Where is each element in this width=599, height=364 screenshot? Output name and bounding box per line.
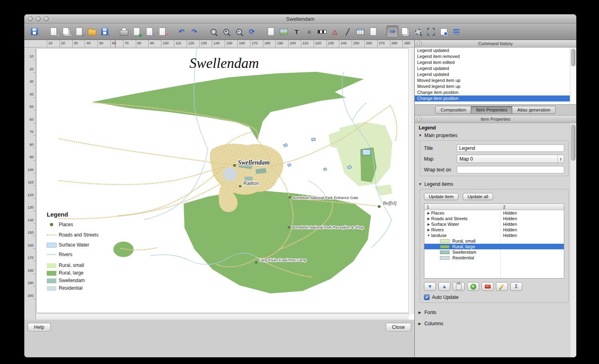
- open-folder-icon[interactable]: [86, 26, 98, 38]
- auto-update-checkbox[interactable]: ✓: [424, 294, 430, 300]
- legend-items-section-header[interactable]: ▼ Legend items: [415, 180, 570, 188]
- command-history-item[interactable]: Legend item removed: [415, 54, 576, 60]
- zoom-full-icon[interactable]: [207, 26, 219, 38]
- export-svg-icon[interactable]: S: [143, 26, 155, 38]
- raise-items-icon[interactable]: [438, 26, 450, 38]
- disclosure-open-icon[interactable]: ▼: [418, 182, 422, 186]
- hruler[interactable]: 1020304050607080901001101201301401501601…: [24, 40, 414, 48]
- legend-tree-row[interactable]: ▶Roads and StreetsHidden: [424, 216, 564, 221]
- redo-icon[interactable]: ↷: [188, 26, 200, 38]
- collapse-arrow-icon[interactable]: ▼: [426, 234, 431, 237]
- command-history-scrollbar[interactable]: [570, 48, 576, 104]
- expand-arrow-icon[interactable]: ▶: [426, 223, 431, 226]
- legend-tree-row[interactable]: ▶PlacesHidden: [424, 210, 564, 216]
- legend-tree-row[interactable]: Rural, large: [424, 244, 564, 249]
- dashed-frame-icon[interactable]: [425, 26, 437, 38]
- combo-stepper-icon[interactable]: ▲▼: [557, 155, 564, 163]
- command-history-item[interactable]: Legend updated: [415, 72, 576, 78]
- refresh-icon[interactable]: ⟳: [246, 26, 258, 38]
- composition-page[interactable]: Swellendam Railton Bontebok National Par…: [36, 48, 412, 313]
- zoom-out-icon[interactable]: −: [233, 26, 245, 38]
- command-history-item[interactable]: Legend updated: [415, 66, 576, 72]
- undo-icon[interactable]: ↶: [175, 26, 187, 38]
- remove-item-button[interactable]: −: [482, 282, 494, 291]
- update-all-button[interactable]: Update all: [463, 193, 493, 200]
- columns-section-header[interactable]: ▶ Columns: [415, 320, 570, 328]
- add-html-icon[interactable]: ‹›: [367, 26, 379, 38]
- move-up-button[interactable]: ▲: [438, 282, 450, 291]
- add-label-icon[interactable]: T+: [291, 26, 302, 38]
- map-select[interactable]: Map 0 ▲▼: [457, 155, 564, 163]
- map-item[interactable]: Swellendam Railton Bontebok National Par…: [37, 49, 412, 312]
- expand-arrow-icon[interactable]: ▶: [426, 211, 431, 215]
- canvas-horizontal-scrollbar[interactable]: [36, 314, 409, 320]
- add-legend-icon[interactable]: ≡+: [303, 26, 315, 38]
- command-history-list[interactable]: Legend updatedLegend item removedLegend …: [415, 48, 576, 105]
- legend-tree-row[interactable]: ▶Surface WaterHidden: [424, 221, 564, 227]
- add-group-button[interactable]: [453, 282, 465, 291]
- align-items-icon[interactable]: [450, 26, 462, 38]
- help-button[interactable]: Help: [28, 323, 51, 332]
- add-image-icon[interactable]: +: [278, 26, 290, 38]
- legend-tree-row[interactable]: ▼landuseHidden: [424, 233, 564, 238]
- command-history-item[interactable]: Change item position: [415, 90, 576, 95]
- composition-canvas[interactable]: Swellendam Railton Bontebok National Par…: [36, 48, 414, 320]
- legend-tree-row[interactable]: Swellendam: [424, 249, 564, 255]
- command-history-item[interactable]: Legend updated: [415, 48, 576, 54]
- titlebar[interactable]: Swellendam: [24, 14, 576, 24]
- print-icon[interactable]: [118, 26, 130, 38]
- save-icon[interactable]: [28, 26, 40, 38]
- expand-arrow-icon[interactable]: ▶: [426, 228, 431, 232]
- update-item-button[interactable]: Update item: [424, 193, 458, 200]
- canvas-vertical-scrollbar[interactable]: [408, 48, 414, 314]
- zoom-in-icon[interactable]: +: [220, 26, 232, 38]
- item-properties-scrollbar[interactable]: [570, 123, 576, 357]
- new-composition-icon[interactable]: +: [48, 26, 60, 38]
- tab-item-properties[interactable]: Item Properties: [471, 106, 512, 114]
- legend-tree-row[interactable]: ▶RiversHidden: [424, 227, 564, 233]
- add-map-icon[interactable]: +: [265, 26, 277, 38]
- duplicate-composition-icon[interactable]: +: [60, 26, 72, 38]
- add-table-icon[interactable]: [354, 26, 366, 38]
- select-move-item-icon[interactable]: ⇒: [386, 26, 398, 38]
- wrap-text-input[interactable]: [457, 166, 564, 173]
- scrollbar-thumb[interactable]: [571, 49, 575, 66]
- zoom-window-button[interactable]: [44, 16, 49, 21]
- legend-items-tree[interactable]: 1 2 ▶PlacesHidden▶Roads and StreetsHidde…: [424, 203, 564, 278]
- close-panel-icon[interactable]: ×: [417, 116, 422, 121]
- add-item-button[interactable]: +: [467, 282, 479, 291]
- close-panel-icon[interactable]: ×: [417, 41, 422, 46]
- minimize-window-button[interactable]: [36, 16, 41, 21]
- count-features-button[interactable]: Σ: [510, 282, 522, 291]
- zoom-select-icon[interactable]: [412, 26, 424, 38]
- vruler[interactable]: 1020304050607080901001101201301401501601…: [24, 48, 36, 320]
- composition-manager-icon[interactable]: ⊙: [73, 26, 85, 38]
- command-history-item[interactable]: Moved legend item up: [415, 78, 576, 84]
- export-pdf-icon[interactable]: P: [156, 26, 168, 38]
- legend-item[interactable]: Legend Places Roads and Streets Surface …: [47, 211, 98, 291]
- disclosure-closed-icon[interactable]: ▶: [418, 322, 422, 326]
- disclosure-open-icon[interactable]: ▼: [418, 133, 422, 137]
- main-properties-section-header[interactable]: ▼ Main properties: [415, 131, 570, 139]
- add-shape-icon[interactable]: △: [329, 26, 341, 38]
- command-history-item[interactable]: Legend item edited: [415, 60, 576, 66]
- command-history-titlebar[interactable]: × Command history: [415, 40, 576, 48]
- close-button[interactable]: Close: [386, 323, 411, 332]
- move-down-button[interactable]: ▼: [424, 282, 436, 291]
- expand-arrow-icon[interactable]: ▶: [426, 217, 431, 221]
- close-window-button[interactable]: [28, 16, 33, 21]
- tab-composition[interactable]: Composition: [435, 106, 471, 114]
- item-properties-titlebar[interactable]: × Item Properties: [415, 115, 576, 123]
- export-image-icon[interactable]: ▦: [131, 26, 143, 38]
- edit-item-button[interactable]: [496, 282, 508, 291]
- save-project-icon[interactable]: +: [99, 26, 111, 38]
- disclosure-closed-icon[interactable]: ▶: [418, 310, 422, 314]
- add-arrow-icon[interactable]: ╱: [342, 26, 354, 38]
- title-input[interactable]: [457, 144, 564, 152]
- legend-tree-row[interactable]: Rural, small: [424, 238, 564, 244]
- command-history-item[interactable]: Moved legend item up: [415, 84, 576, 90]
- legend-tree-row[interactable]: Residential: [424, 255, 564, 261]
- tab-atlas-generation[interactable]: Atlas generation: [512, 106, 555, 114]
- command-history-item[interactable]: Change item position: [415, 95, 576, 101]
- move-content-icon[interactable]: +: [399, 26, 411, 38]
